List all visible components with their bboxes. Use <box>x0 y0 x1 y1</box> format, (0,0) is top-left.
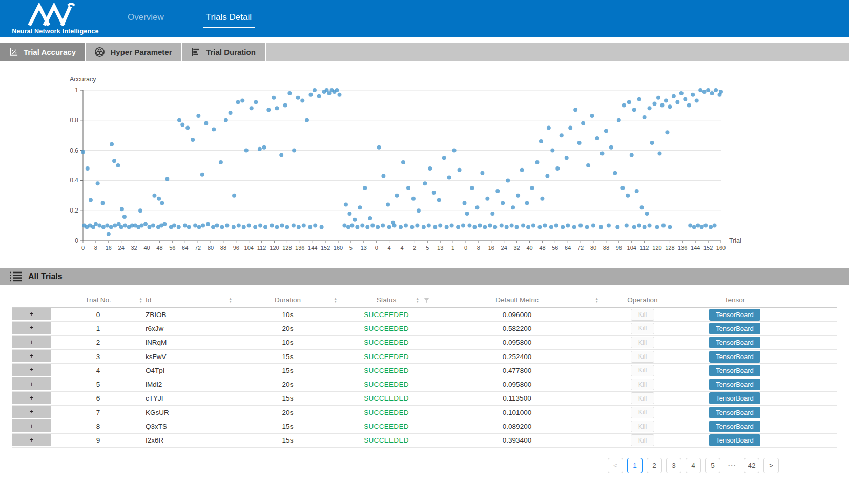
expand-row-button[interactable]: + <box>12 322 51 335</box>
svg-text:5: 5 <box>426 245 429 251</box>
expand-row-button[interactable]: + <box>12 377 51 391</box>
column-header-status[interactable]: Status▲▼ <box>340 292 432 307</box>
view-tabstrip: Trial AccuracyHyper ParameterTrial Durat… <box>0 43 849 61</box>
svg-text:24: 24 <box>501 245 507 251</box>
pagination-prev-button[interactable]: < <box>608 458 623 473</box>
pagination-next-button[interactable]: > <box>763 458 779 473</box>
kill-button[interactable]: Kill <box>631 379 654 390</box>
view-tab-trial-accuracy[interactable]: Trial Accuracy <box>0 43 86 61</box>
tensorboard-button[interactable]: TensorBoard <box>709 434 760 446</box>
operation-cell: Kill <box>602 434 684 447</box>
expand-row-button[interactable]: + <box>12 406 51 419</box>
tensorboard-button[interactable]: TensorBoard <box>709 309 760 321</box>
svg-text:2: 2 <box>413 245 416 251</box>
tensor-cell: TensorBoard <box>684 434 786 447</box>
sort-icon[interactable]: ▲▼ <box>229 297 232 303</box>
nav-tab-trials-detail[interactable]: Trials Detail <box>203 9 255 28</box>
svg-text:0.2: 0.2 <box>70 207 78 214</box>
expand-row-button[interactable]: + <box>12 308 51 321</box>
svg-text:112: 112 <box>257 245 266 251</box>
kill-button[interactable]: Kill <box>631 351 654 363</box>
trial-no-cell: 3 <box>51 350 146 363</box>
all-trials-title: All Trials <box>28 272 63 281</box>
duration-cell: 15s <box>235 350 340 363</box>
svg-text:64: 64 <box>182 245 188 251</box>
filter-icon[interactable] <box>424 298 429 303</box>
status-cell: SUCCEEDED <box>340 434 432 447</box>
kill-button[interactable]: Kill <box>631 309 654 321</box>
svg-text:0.8: 0.8 <box>70 117 78 124</box>
svg-text:32: 32 <box>513 245 520 251</box>
trial-id-cell: cTYJI <box>146 392 235 405</box>
column-label: Status <box>377 296 396 304</box>
chart-section: 00.20.40.60.8108162432404856647280889610… <box>0 61 849 260</box>
svg-text:48: 48 <box>156 245 162 251</box>
expand-row-button[interactable]: + <box>12 434 51 447</box>
table-row: +9I2x6R15sSUCCEEDED0.393400KillTensorBoa… <box>12 434 837 448</box>
view-tab-trial-duration[interactable]: Trial Duration <box>182 43 266 61</box>
table-row: +1r6xJw20sSUCCEEDED0.582200KillTensorBoa… <box>12 322 837 335</box>
trial-id-cell: O4TpI <box>146 364 235 377</box>
tensorboard-button[interactable]: TensorBoard <box>709 337 760 348</box>
sort-icon[interactable]: ▲▼ <box>139 297 142 303</box>
nni-logo[interactable]: Neural Network Intelligence <box>14 3 96 35</box>
kill-button[interactable]: Kill <box>631 337 654 348</box>
svg-text:112: 112 <box>640 245 649 251</box>
tensorboard-button[interactable]: TensorBoard <box>709 323 760 334</box>
view-tab-label: Trial Accuracy <box>24 48 76 56</box>
kill-button[interactable]: Kill <box>631 421 654 432</box>
kill-button[interactable]: Kill <box>631 392 654 404</box>
pagination-page-2[interactable]: 2 <box>647 458 662 473</box>
pagination-page-1[interactable]: 1 <box>627 458 643 473</box>
view-tab-hyper-parameter[interactable]: Hyper Parameter <box>86 43 182 61</box>
expand-row-button[interactable]: + <box>12 364 51 377</box>
trial-id-cell: Q3xTS <box>146 419 235 433</box>
kill-button[interactable]: Kill <box>631 323 654 334</box>
svg-text:80: 80 <box>208 245 214 251</box>
svg-text:160: 160 <box>716 245 726 251</box>
pagination-page-5[interactable]: 5 <box>705 458 720 473</box>
nav-tab-overview[interactable]: Overview <box>125 9 167 28</box>
column-header-default-metric[interactable]: Default Metric▲▼ <box>432 292 602 307</box>
svg-text:104: 104 <box>244 245 254 251</box>
expand-row-button[interactable]: + <box>12 419 51 433</box>
expand-row-button[interactable]: + <box>12 350 51 363</box>
column-header-id[interactable]: Id▲▼ <box>146 292 235 307</box>
tensorboard-button[interactable]: TensorBoard <box>709 365 760 376</box>
tensorboard-button[interactable]: TensorBoard <box>709 392 760 404</box>
pagination-page-42[interactable]: 42 <box>744 458 759 473</box>
svg-text:13: 13 <box>361 245 367 251</box>
duration-cell: 20s <box>235 377 340 391</box>
pagination-page-4[interactable]: 4 <box>686 458 701 473</box>
status-badge: SUCCEEDED <box>364 381 408 388</box>
nav-tabs: OverviewTrials Detail <box>125 0 255 37</box>
svg-text:1: 1 <box>451 245 454 251</box>
expand-row-button[interactable]: + <box>12 336 51 349</box>
sort-icon[interactable]: ▲▼ <box>416 297 419 303</box>
svg-text:48: 48 <box>539 245 545 251</box>
status-badge: SUCCEEDED <box>364 353 408 361</box>
tensorboard-button[interactable]: TensorBoard <box>709 351 760 363</box>
tensorboard-button[interactable]: TensorBoard <box>709 379 760 390</box>
sort-icon[interactable]: ▲▼ <box>334 297 337 303</box>
expand-row-button[interactable]: + <box>12 392 51 405</box>
pagination-page-3[interactable]: 3 <box>666 458 681 473</box>
kill-button[interactable]: Kill <box>631 434 654 446</box>
trial-no-cell: 9 <box>51 434 146 447</box>
tensorboard-button[interactable]: TensorBoard <box>709 407 760 418</box>
svg-text:0: 0 <box>464 245 467 251</box>
duration-cell: 20s <box>235 322 340 335</box>
table-row: +3ksFwV15sSUCCEEDED0.252400KillTensorBoa… <box>12 350 837 364</box>
duration-cell: 10s <box>235 336 340 349</box>
column-header-trial-no[interactable]: Trial No.▲▼ <box>51 292 146 307</box>
sort-icon[interactable]: ▲▼ <box>595 297 598 303</box>
kill-button[interactable]: Kill <box>631 365 654 376</box>
svg-text:0: 0 <box>81 245 85 251</box>
table-row: +6cTYJI15sSUCCEEDED0.113500KillTensorBoa… <box>12 392 837 406</box>
top-navbar: Neural Network Intelligence OverviewTria… <box>0 0 849 37</box>
kill-button[interactable]: Kill <box>631 407 654 418</box>
status-cell: SUCCEEDED <box>340 336 432 349</box>
column-header-duration[interactable]: Duration▲▼ <box>235 292 340 307</box>
svg-text:8: 8 <box>477 245 480 251</box>
tensorboard-button[interactable]: TensorBoard <box>709 421 760 432</box>
